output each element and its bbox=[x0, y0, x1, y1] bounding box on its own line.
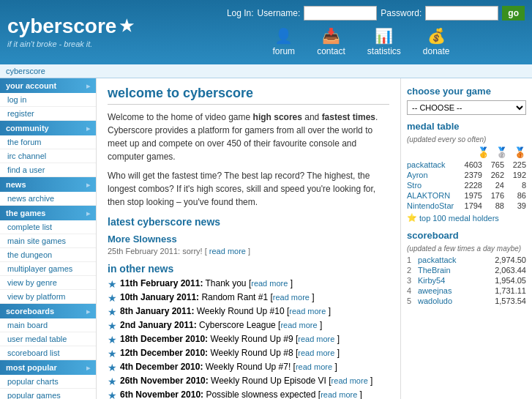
page-title: welcome to cyberscore bbox=[108, 86, 389, 105]
score-player-name[interactable]: packattack bbox=[418, 256, 495, 264]
game-select[interactable]: -- CHOOSE -- bbox=[407, 100, 526, 115]
sidebar-item-register[interactable]: register bbox=[0, 107, 96, 121]
score-row: 4aweejnas1,731.11 bbox=[407, 286, 526, 295]
medal-row: Stro2228248 bbox=[407, 181, 526, 190]
sidebar-item-scoreboard-list[interactable]: scoreboard list bbox=[0, 346, 96, 360]
news-item: ★12th December 2010: Weekly Round Up #8 … bbox=[108, 348, 389, 359]
medal-player-name[interactable]: Stro bbox=[407, 181, 460, 190]
sidebar-item-news-archive[interactable]: news archive bbox=[0, 192, 96, 206]
top100-link[interactable]: ⭐ top 100 medal holders bbox=[407, 213, 526, 223]
breadcrumb-link[interactable]: cyberscore bbox=[6, 67, 45, 75]
news-read-more[interactable]: read more bbox=[331, 376, 368, 385]
score-value: 1,573.54 bbox=[495, 297, 526, 305]
score-row: 3Kirby541,954.05 bbox=[407, 276, 526, 285]
password-input[interactable] bbox=[425, 6, 498, 20]
sidebar-item-irc-channel[interactable]: irc channel bbox=[0, 149, 96, 163]
news-item: ★8th January 2011: Weekly Round Up #10 [… bbox=[108, 306, 389, 318]
main-layout: your account▸log inregistercommunity▸the… bbox=[0, 78, 532, 399]
intro-paragraph-2: Who will get the fastest time? The best … bbox=[108, 169, 389, 209]
chevron-icon: ▸ bbox=[86, 364, 90, 372]
silver-medal-icon: 🥈 bbox=[495, 146, 508, 158]
news-star-icon: ★ bbox=[108, 389, 117, 399]
sidebar-item-multiplayer-games[interactable]: multiplayer games bbox=[0, 262, 96, 276]
username-label: Username: bbox=[258, 8, 301, 18]
score-rank: 2 bbox=[407, 266, 418, 275]
news-text: 26th November 2010: Weekly Round Up Epis… bbox=[120, 376, 372, 386]
sidebar-section-community: community▸ bbox=[0, 121, 96, 135]
nav-donate[interactable]: 💰 donate bbox=[423, 27, 450, 56]
medal-player-name[interactable]: ALAKTORN bbox=[407, 191, 460, 200]
sidebar-item-view-by-genre[interactable]: view by genre bbox=[0, 276, 96, 290]
intro-paragraph-1: Welcome to the home of video game high s… bbox=[108, 111, 389, 163]
news-read-more[interactable]: read more bbox=[251, 279, 288, 288]
main-news-read-more[interactable]: read more bbox=[209, 247, 246, 256]
chevron-icon: ▸ bbox=[86, 124, 90, 133]
sidebar-item-user-medal-table[interactable]: user medal table bbox=[0, 332, 96, 346]
nav-statistics-label: statistics bbox=[367, 46, 401, 56]
logo-label: cyberscore bbox=[7, 15, 116, 38]
score-player-name[interactable]: wadoludo bbox=[418, 297, 495, 305]
score-value: 2,063.44 bbox=[495, 266, 526, 275]
sidebar-item-main-site-games[interactable]: main site games bbox=[0, 234, 96, 248]
medal-player-name[interactable]: Ayron bbox=[407, 171, 460, 179]
sidebar-item-popular-games[interactable]: popular games bbox=[0, 389, 96, 399]
score-player-name[interactable]: TheBrain bbox=[418, 266, 495, 275]
sidebar-item-complete-list[interactable]: complete list bbox=[0, 220, 96, 234]
sidebar-item-the-dungeon[interactable]: the dungeon bbox=[0, 248, 96, 262]
news-text: 18th December 2010: Weekly Round Up #9 [… bbox=[120, 334, 340, 344]
news-read-more[interactable]: read more bbox=[280, 321, 317, 329]
nav-contact[interactable]: 📥 contact bbox=[317, 27, 345, 56]
news-star-icon: ★ bbox=[108, 292, 117, 304]
sidebar-item-main-board[interactable]: main board bbox=[0, 318, 96, 332]
nav-forum[interactable]: 👤 forum bbox=[272, 27, 295, 56]
score-rank: 3 bbox=[407, 276, 418, 285]
sidebar-section-label: the games bbox=[6, 209, 45, 217]
news-item: ★11th February 2011: Thank you [read mor… bbox=[108, 278, 389, 290]
sidebar: your account▸log inregistercommunity▸the… bbox=[0, 78, 97, 399]
gold-count: 2228 bbox=[460, 181, 482, 190]
nav-forum-label: forum bbox=[272, 46, 295, 56]
medal-table-title: medal table bbox=[407, 121, 526, 132]
top100-label[interactable]: top 100 medal holders bbox=[419, 214, 499, 223]
go-button[interactable]: go bbox=[502, 6, 525, 20]
news-read-more[interactable]: read more bbox=[298, 335, 334, 343]
news-item: ★18th December 2010: Weekly Round Up #9 … bbox=[108, 334, 389, 346]
main-news-date: 25th February 2011: sorry! [ read more ] bbox=[108, 247, 389, 256]
score-value: 1,954.05 bbox=[495, 276, 526, 285]
username-input[interactable] bbox=[304, 6, 377, 20]
news-read-more[interactable]: read more bbox=[273, 293, 310, 302]
score-player-name[interactable]: Kirby54 bbox=[418, 276, 495, 285]
medal-table-subtitle: (updated every so often) bbox=[407, 135, 526, 143]
sidebar-section-scoreboards: scoreboards▸ bbox=[0, 304, 96, 318]
nav-icons: 👤 forum 📥 contact 📊 statistics 💰 donate bbox=[190, 27, 532, 62]
breadcrumb: cyberscore bbox=[0, 64, 532, 78]
content: welcome to cyberscore Welcome to the hom… bbox=[97, 78, 400, 399]
sidebar-item-the-forum[interactable]: the forum bbox=[0, 135, 96, 149]
news-read-more[interactable]: read more bbox=[298, 348, 334, 357]
score-player-name[interactable]: aweejnas bbox=[418, 286, 495, 295]
medal-player-name[interactable]: packattack bbox=[407, 160, 460, 169]
nav-statistics[interactable]: 📊 statistics bbox=[367, 27, 401, 56]
news-read-more[interactable]: read more bbox=[296, 362, 332, 371]
nav-donate-label: donate bbox=[423, 46, 450, 56]
sidebar-section-label: most popular bbox=[6, 363, 57, 372]
bronze-medal-icon: 🥉 bbox=[514, 146, 526, 158]
gold-count: 4603 bbox=[460, 160, 482, 169]
score-row: 5wadoludo1,573.54 bbox=[407, 297, 526, 305]
news-read-more[interactable]: read more bbox=[321, 390, 357, 399]
chevron-icon: ▸ bbox=[86, 181, 90, 189]
bronze-count: 225 bbox=[504, 160, 526, 169]
sidebar-item-log-in[interactable]: log in bbox=[0, 93, 96, 107]
medal-player-name[interactable]: NintendoStar bbox=[407, 201, 460, 210]
news-star-icon: ★ bbox=[108, 362, 117, 373]
medal-rows-container: packattack4603765225Ayron2379262192Stro2… bbox=[407, 160, 526, 210]
silver-count: 765 bbox=[482, 160, 504, 169]
sidebar-item-view-by-platform[interactable]: view by platform bbox=[0, 290, 96, 304]
silver-count: 176 bbox=[482, 191, 504, 200]
sidebar-section-label: your account bbox=[6, 81, 56, 90]
silver-count: 88 bbox=[482, 201, 504, 210]
sidebar-item-find-a-user[interactable]: find a user bbox=[0, 163, 96, 177]
forum-icon: 👤 bbox=[274, 27, 293, 45]
sidebar-item-popular-charts[interactable]: popular charts bbox=[0, 375, 96, 389]
news-read-more[interactable]: read more bbox=[289, 307, 326, 316]
